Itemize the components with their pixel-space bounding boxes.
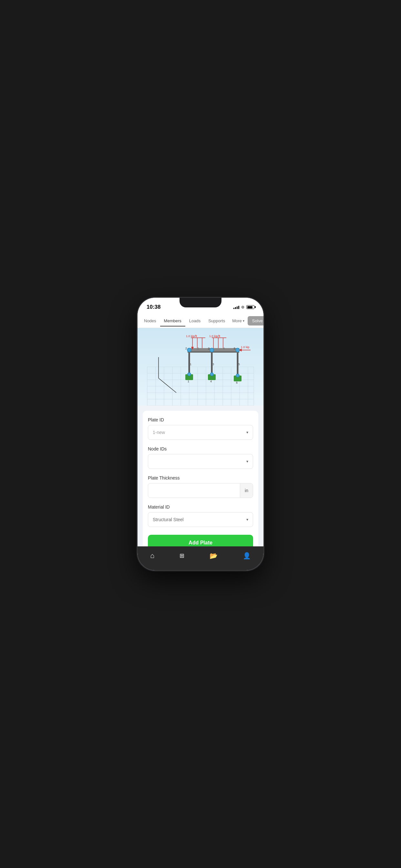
signal-bars-icon <box>234 305 239 309</box>
nav-folder[interactable]: 📂 <box>203 551 224 561</box>
node-ids-select[interactable]: ▾ <box>148 454 253 469</box>
plate-id-value: 1-new <box>153 430 165 435</box>
tab-nodes[interactable]: Nodes <box>140 315 160 327</box>
material-id-label: Material ID <box>148 504 253 509</box>
tab-members[interactable]: Members <box>160 315 185 327</box>
material-id-value: Structural Steel <box>153 517 184 522</box>
svg-text:1.0 kip: 1.0 kip <box>241 345 250 349</box>
wifi-icon: ⊜ <box>241 305 244 309</box>
svg-text:4: 4 <box>210 380 212 383</box>
nav-home[interactable]: ⌂ <box>144 550 161 561</box>
form-card: Plate ID 1-new ▾ Node IDs ▾ Pla <box>143 411 258 547</box>
plate-thickness-unit: in <box>240 484 253 498</box>
svg-text:3: 3 <box>212 363 214 366</box>
battery-icon <box>246 305 254 309</box>
svg-text:2: 2 <box>185 347 187 350</box>
svg-text:2: 2 <box>197 347 199 350</box>
svg-point-43 <box>236 374 239 377</box>
material-id-select[interactable]: Structural Steel ▾ <box>148 512 253 527</box>
plate-thickness-group: Plate Thickness in <box>148 475 253 498</box>
phone-shell: 10:38 ⊜ Nodes Members Loads Supports <box>137 298 264 570</box>
svg-line-21 <box>158 378 176 393</box>
svg-point-37 <box>188 373 191 376</box>
more-arrow-icon: ▾ <box>243 319 244 322</box>
svg-point-28 <box>187 348 191 352</box>
form-area: Plate ID 1-new ▾ Node IDs ▾ Pla <box>137 406 264 547</box>
bottom-nav: ⌂ ⊞ 📂 👤 <box>137 547 264 570</box>
add-plate-button[interactable]: Add Plate <box>148 535 253 547</box>
svg-point-29 <box>210 348 214 352</box>
tab-loads[interactable]: Loads <box>185 315 204 327</box>
folder-icon: 📂 <box>210 552 218 560</box>
structure-svg: 2 3 5 2 4 1 4 6 1 3 5 <box>137 328 264 406</box>
svg-point-40 <box>210 373 213 376</box>
plate-id-select[interactable]: 1-new ▾ <box>148 425 253 440</box>
svg-text:4: 4 <box>223 347 225 350</box>
plate-id-label: Plate ID <box>148 417 253 423</box>
plate-thickness-field: in <box>148 483 253 498</box>
tab-more[interactable]: More ▾ <box>229 315 248 327</box>
nav-calculator[interactable]: ⊞ <box>173 551 191 561</box>
tab-supports[interactable]: Supports <box>204 315 229 327</box>
status-time: 10:38 <box>147 304 160 310</box>
material-id-group: Material ID Structural Steel ▾ <box>148 504 253 527</box>
user-icon: 👤 <box>243 552 251 560</box>
svg-point-30 <box>236 348 240 352</box>
svg-text:5: 5 <box>238 363 240 366</box>
svg-text:1.0 kip/ft: 1.0 kip/ft <box>186 335 197 338</box>
phone-screen: 10:38 ⊜ Nodes Members Loads Supports <box>137 298 264 570</box>
solve-button[interactable]: Solve <box>248 316 264 326</box>
svg-text:1: 1 <box>190 363 191 366</box>
calculator-icon: ⊞ <box>180 552 184 559</box>
svg-rect-27 <box>188 351 239 352</box>
svg-text:6: 6 <box>236 381 238 384</box>
plate-id-chevron-icon: ▾ <box>246 430 248 435</box>
home-icon: ⌂ <box>150 552 154 560</box>
nav-user[interactable]: 👤 <box>236 551 257 561</box>
notch <box>180 298 221 307</box>
node-ids-group: Node IDs ▾ <box>148 446 253 469</box>
tab-bar: Nodes Members Loads Supports More ▾ Solv… <box>137 314 264 328</box>
node-ids-chevron-icon: ▾ <box>246 459 248 464</box>
material-id-chevron-icon: ▾ <box>246 517 248 522</box>
plate-id-group: Plate ID 1-new ▾ <box>148 417 253 440</box>
svg-text:1: 1 <box>188 380 189 383</box>
svg-text:1.0 kip/ft: 1.0 kip/ft <box>209 335 220 338</box>
node-ids-label: Node IDs <box>148 446 253 452</box>
svg-text:5: 5 <box>234 347 235 350</box>
plate-thickness-input[interactable] <box>148 484 240 498</box>
plate-thickness-label: Plate Thickness <box>148 475 253 480</box>
svg-text:3: 3 <box>208 347 210 350</box>
status-icons: ⊜ <box>234 305 254 309</box>
viewport: 2 3 5 2 4 1 4 6 1 3 5 <box>137 328 264 406</box>
